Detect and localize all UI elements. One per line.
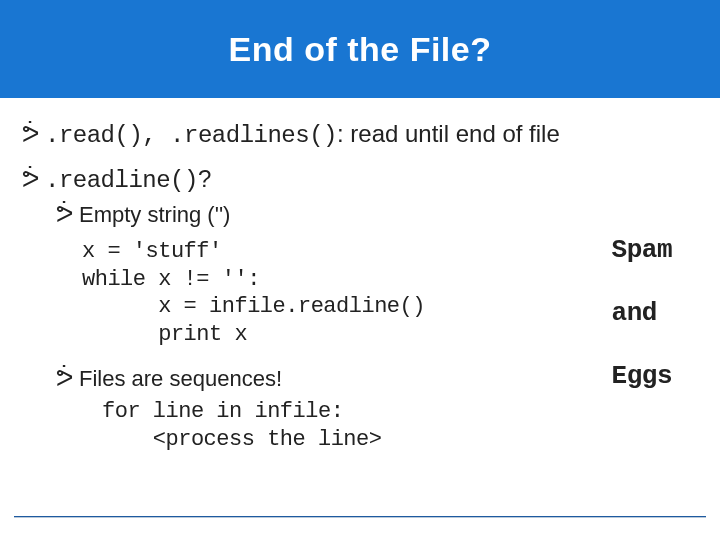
bullet-2-code: .readline() xyxy=(45,167,198,194)
slide-title: End of the File? xyxy=(229,30,492,69)
bullet-icon: ᕘ xyxy=(22,167,39,191)
output-line-1: Spam xyxy=(612,222,672,279)
sub-bullet-1-text: Empty string ('') xyxy=(79,202,230,228)
code-example-1: x = 'stuff' while x != '': x = infile.re… xyxy=(82,238,692,348)
slide-header: End of the File? xyxy=(0,0,720,98)
output-column: Spam and Eggs xyxy=(612,222,672,412)
code-example-2: for line in infile: <process the line> xyxy=(102,398,692,453)
bullet-1: ᕘ .read(), .readlines(): read until end … xyxy=(22,120,692,149)
bullet-2: ᕘ .readline()? xyxy=(22,165,692,194)
slide-footer-rule xyxy=(14,516,706,518)
output-line-3: Eggs xyxy=(612,348,672,405)
sub-bullet-2: ᕘ Files are sequences! xyxy=(56,366,692,392)
bullet-icon: ᕘ xyxy=(56,366,73,390)
bullet-2-text: ? xyxy=(198,165,211,192)
sub-bullet-1: ᕘ Empty string ('') xyxy=(56,202,692,228)
bullet-icon: ᕘ xyxy=(56,202,73,226)
bullet-icon: ᕘ xyxy=(22,122,39,146)
bullet-1-code: .read(), .readlines() xyxy=(45,122,337,149)
output-line-2: and xyxy=(612,285,672,342)
sub-bullet-2-text: Files are sequences! xyxy=(79,366,282,392)
bullet-1-text: : read until end of file xyxy=(337,120,560,147)
